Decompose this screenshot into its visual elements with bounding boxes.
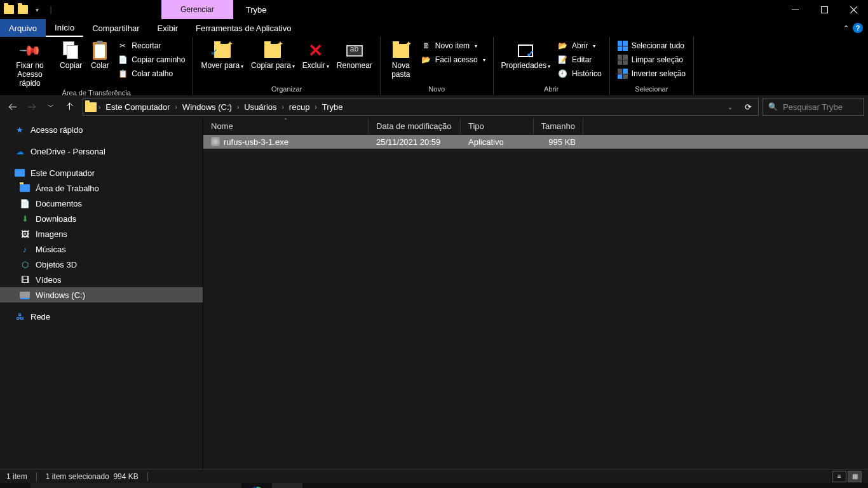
tab-share[interactable]: Compartilhar <box>83 19 148 37</box>
sidebar-item-quickaccess[interactable]: ★Acesso rápido <box>0 122 203 137</box>
drive-icon <box>19 290 31 300</box>
taskbar-app-ie[interactable]: e <box>424 483 455 488</box>
pin-label: Fixar no Acesso rápido <box>8 62 52 88</box>
nav-pane[interactable]: ★Acesso rápido ☁OneDrive - Personal Este… <box>0 118 203 469</box>
start-button[interactable] <box>0 483 31 488</box>
copyto-icon <box>264 44 281 58</box>
paste-label: Colar <box>91 62 109 71</box>
addr-dropdown-icon[interactable]: ⌄ <box>721 98 739 116</box>
view-large-button[interactable]: ▦ <box>848 471 862 482</box>
search-box[interactable]: 🔍 <box>763 98 864 116</box>
tab-view[interactable]: Exibir <box>149 19 187 37</box>
selectall-button[interactable]: Selecionar tudo <box>615 39 688 52</box>
newitem-icon: 🗎 <box>421 41 431 51</box>
monitor-icon <box>14 168 25 178</box>
taskbar-app-opera[interactable] <box>333 483 363 488</box>
taskbar-app-powerbi[interactable]: ▮▮ <box>455 483 485 488</box>
sidebar-item-desktop[interactable]: Área de Trabalho <box>0 180 203 196</box>
view-details-button[interactable]: ≡ <box>832 471 846 482</box>
properties-button[interactable]: Propriedades▾ <box>498 38 554 71</box>
exe-icon <box>211 137 220 146</box>
taskbar-app-explorer[interactable] <box>272 483 302 488</box>
col-name[interactable]: Nome⌃ <box>203 118 369 134</box>
col-date[interactable]: Data de modificação <box>369 118 461 134</box>
breadcrumb[interactable]: Usuários <box>240 98 280 115</box>
pasteshortcut-button[interactable]: 📋Colar atalho <box>115 67 187 80</box>
col-type[interactable]: Tipo <box>461 118 534 134</box>
breadcrumb[interactable]: recup <box>285 98 314 115</box>
sidebar-item-cdrive[interactable]: Windows (C:) <box>0 287 203 302</box>
easyaccess-icon: 📂 <box>421 55 431 65</box>
invertsel-button[interactable]: Inverter seleção <box>615 67 688 80</box>
star-icon: ★ <box>14 125 25 135</box>
chevron-right-icon[interactable]: › <box>236 104 240 111</box>
back-button[interactable]: 🡠 <box>4 98 22 116</box>
sidebar-item-downloads[interactable]: ⬇Downloads <box>0 211 203 226</box>
context-tab-manage[interactable]: Gerenciar <box>161 0 233 19</box>
rename-button[interactable]: ab Renomear <box>333 38 376 71</box>
moveto-button[interactable]: ↙ Mover para▾ <box>197 38 247 71</box>
taskbar-app-unknown1[interactable] <box>302 483 333 488</box>
address-bar[interactable]: › Este Computador › Windows (C:) › Usuár… <box>83 98 759 116</box>
search-input[interactable] <box>783 102 858 112</box>
table-row[interactable]: rufus-usb-3-1.exe 25/11/2021 20:59 Aplic… <box>203 135 868 149</box>
delete-button[interactable]: ✕ Excluir▾ <box>299 38 333 71</box>
help-icon[interactable]: ? <box>853 23 863 33</box>
download-icon: ⬇ <box>19 214 31 224</box>
copypath-button[interactable]: 📄Copiar caminho <box>115 53 187 66</box>
sidebar-item-videos[interactable]: 🎞Vídeos <box>0 272 203 287</box>
history-button[interactable]: 🕘Histórico <box>555 67 604 80</box>
column-headers: Nome⌃ Data de modificação Tipo Tamanho <box>203 118 868 135</box>
minimize-button[interactable] <box>780 0 810 19</box>
status-selected: 1 item selecionado 994 KB <box>46 472 139 481</box>
rename-icon: ab <box>346 45 363 57</box>
taskbar-app-notepad[interactable]: 📘 <box>394 483 424 488</box>
sidebar-item-3dobjects[interactable]: ⬡Objetos 3D <box>0 257 203 272</box>
folder-icon <box>19 183 31 193</box>
sidebar-item-music[interactable]: ♪Músicas <box>0 241 203 257</box>
copy-label: Copiar <box>60 62 82 71</box>
paste-icon <box>93 42 107 60</box>
pin-quickaccess-button[interactable]: 📌 Fixar no Acesso rápido <box>4 38 56 88</box>
chevron-right-icon[interactable]: › <box>281 104 285 111</box>
newitem-button[interactable]: 🗎Novo item▾ <box>419 39 488 52</box>
search-icon: 🔍 <box>768 102 778 111</box>
refresh-button[interactable]: ⟳ <box>739 98 757 116</box>
sidebar-item-onedrive[interactable]: ☁OneDrive - Personal <box>0 144 203 159</box>
selectnone-button[interactable]: Limpar seleção <box>615 53 688 66</box>
cut-button[interactable]: ✂Recortar <box>115 39 187 52</box>
newfolder-button[interactable]: Nova pasta <box>384 38 417 79</box>
sidebar-item-pictures[interactable]: 🖼Imagens <box>0 226 203 241</box>
chevron-right-icon[interactable]: › <box>174 104 179 111</box>
taskbar-app-chrome[interactable] <box>363 483 394 488</box>
tab-file[interactable]: Arquivo <box>0 19 46 37</box>
breadcrumb[interactable]: Este Computador <box>102 98 173 115</box>
svg-rect-0 <box>792 10 799 10</box>
up-button[interactable]: 🡡 <box>61 98 79 116</box>
copyto-button[interactable]: Copiar para▾ <box>247 38 299 71</box>
edit-button[interactable]: 📝Editar <box>555 53 604 66</box>
forward-button[interactable]: 🡢 <box>23 98 41 116</box>
sidebar-item-network[interactable]: 🖧Rede <box>0 309 203 324</box>
breadcrumb[interactable]: Windows (C:) <box>179 98 236 115</box>
col-size[interactable]: Tamanho <box>534 118 583 134</box>
recent-dropdown-icon[interactable]: ﹀ <box>42 98 60 116</box>
close-button[interactable] <box>839 0 868 19</box>
qat-dropdown-icon[interactable]: ▾ <box>31 3 43 16</box>
paste-button[interactable]: Colar <box>86 38 114 71</box>
taskbar-app-edge[interactable] <box>241 483 272 488</box>
tab-apptools[interactable]: Ferramentas de Aplicativo <box>187 19 300 37</box>
breadcrumb[interactable]: Trybe <box>318 98 347 115</box>
open-button[interactable]: 📂Abrir▾ <box>555 39 604 52</box>
chevron-right-icon[interactable]: › <box>97 104 102 111</box>
tab-home[interactable]: Início <box>46 19 83 37</box>
sidebar-item-documents[interactable]: 📄Documentos <box>0 196 203 211</box>
easyaccess-button[interactable]: 📂Fácil acesso▾ <box>419 53 488 66</box>
chevron-right-icon[interactable]: › <box>313 104 318 111</box>
invert-icon <box>618 69 628 79</box>
copy-button[interactable]: Copiar <box>56 38 86 71</box>
taskbar-search[interactable]: 🔍Digite aqui para pesquisar <box>31 483 241 488</box>
maximize-button[interactable] <box>810 0 839 19</box>
collapse-ribbon-icon[interactable]: ⌃ <box>843 24 849 32</box>
sidebar-item-thispc[interactable]: Este Computador <box>0 165 203 180</box>
